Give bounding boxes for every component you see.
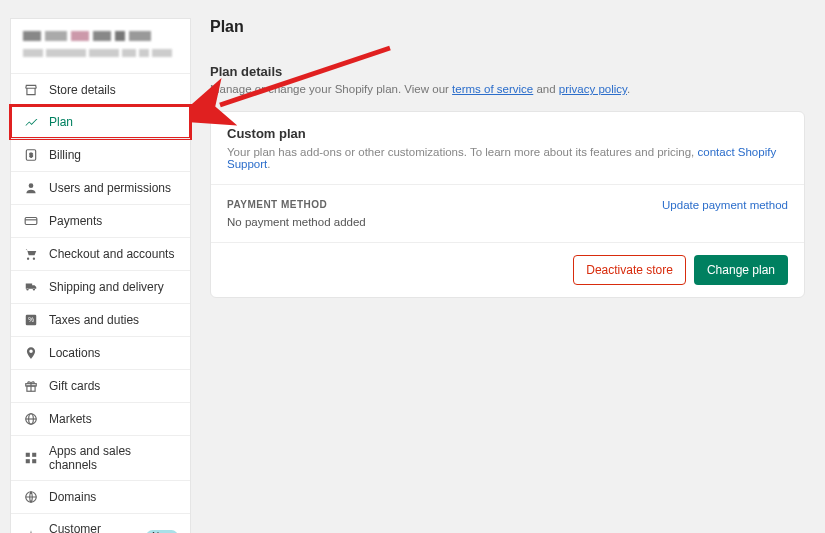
- user-icon: [23, 180, 39, 196]
- sidebar-item-label: Markets: [49, 412, 178, 426]
- sidebar-item-label: Customer events: [49, 522, 136, 533]
- sidebar-item-users[interactable]: Users and permissions: [11, 171, 190, 204]
- payment-method-value: No payment method added: [227, 216, 366, 228]
- update-payment-link[interactable]: Update payment method: [662, 199, 788, 211]
- payment-method-label: PAYMENT METHOD: [227, 199, 366, 210]
- main-content: Plan Plan details Manage or change your …: [210, 18, 805, 298]
- sidebar-item-label: Domains: [49, 490, 178, 504]
- card-icon: [23, 213, 39, 229]
- sidebar-item-store-details[interactable]: Store details: [11, 73, 190, 106]
- sidebar-item-plan[interactable]: Plan: [9, 104, 192, 140]
- sidebar-item-locations[interactable]: Locations: [11, 336, 190, 369]
- svg-rect-14: [32, 453, 36, 457]
- sidebar-item-label: Plan: [49, 115, 178, 129]
- sidebar-item-payments[interactable]: Payments: [11, 204, 190, 237]
- sidebar-item-label: Apps and sales channels: [49, 444, 178, 472]
- truck-icon: [23, 279, 39, 295]
- sidebar-item-label: Billing: [49, 148, 178, 162]
- new-badge: New: [146, 530, 178, 534]
- cart-icon: [23, 246, 39, 262]
- page-title: Plan: [210, 18, 805, 36]
- globe-icon: [23, 411, 39, 427]
- card-actions: Deactivate store Change plan: [211, 243, 804, 297]
- sidebar-item-label: Payments: [49, 214, 178, 228]
- pin-icon: [23, 345, 39, 361]
- sidebar-item-label: Shipping and delivery: [49, 280, 178, 294]
- svg-rect-15: [26, 459, 30, 463]
- sidebar-item-giftcards[interactable]: Gift cards: [11, 369, 190, 402]
- sidebar-item-shipping[interactable]: Shipping and delivery: [11, 270, 190, 303]
- svg-point-2: [29, 183, 34, 188]
- sidebar-item-label: Users and permissions: [49, 181, 178, 195]
- custom-plan-section: Custom plan Your plan has add-ons or oth…: [211, 112, 804, 185]
- apps-icon: [23, 450, 39, 466]
- sidebar-item-label: Gift cards: [49, 379, 178, 393]
- payment-method-section: PAYMENT METHOD No payment method added U…: [211, 185, 804, 243]
- svg-rect-3: [25, 218, 37, 225]
- section-title: Plan details: [210, 64, 805, 79]
- percent-icon: %: [23, 312, 39, 328]
- section-description: Manage or change your Shopify plan. View…: [210, 83, 805, 95]
- sidebar-header: [11, 19, 190, 73]
- deactivate-button[interactable]: Deactivate store: [573, 255, 686, 285]
- custom-plan-text: Your plan has add-ons or other customiza…: [227, 146, 788, 170]
- sidebar: Store details Plan $ Billing Users and p…: [10, 18, 191, 533]
- sidebar-item-taxes[interactable]: % Taxes and duties: [11, 303, 190, 336]
- privacy-link[interactable]: privacy policy: [559, 83, 627, 95]
- sidebar-item-billing[interactable]: $ Billing: [11, 138, 190, 171]
- plan-card: Custom plan Your plan has add-ons or oth…: [210, 111, 805, 298]
- sidebar-item-label: Checkout and accounts: [49, 247, 178, 261]
- store-icon: [23, 82, 39, 98]
- change-plan-button[interactable]: Change plan: [694, 255, 788, 285]
- svg-text:%: %: [28, 316, 34, 323]
- gift-icon: [23, 378, 39, 394]
- svg-rect-16: [32, 459, 36, 463]
- sidebar-item-domains[interactable]: Domains: [11, 480, 190, 513]
- domain-icon: [23, 489, 39, 505]
- svg-rect-13: [26, 453, 30, 457]
- tos-link[interactable]: terms of service: [452, 83, 533, 95]
- sidebar-item-events[interactable]: Customer events New: [11, 513, 190, 533]
- sidebar-item-apps[interactable]: Apps and sales channels: [11, 435, 190, 480]
- plan-icon: [23, 114, 39, 130]
- sidebar-item-markets[interactable]: Markets: [11, 402, 190, 435]
- sparkle-icon: [23, 528, 39, 533]
- svg-text:$: $: [29, 152, 33, 158]
- sidebar-item-label: Taxes and duties: [49, 313, 178, 327]
- sidebar-item-label: Locations: [49, 346, 178, 360]
- billing-icon: $: [23, 147, 39, 163]
- custom-plan-title: Custom plan: [227, 126, 788, 141]
- sidebar-item-checkout[interactable]: Checkout and accounts: [11, 237, 190, 270]
- sidebar-item-label: Store details: [49, 83, 178, 97]
